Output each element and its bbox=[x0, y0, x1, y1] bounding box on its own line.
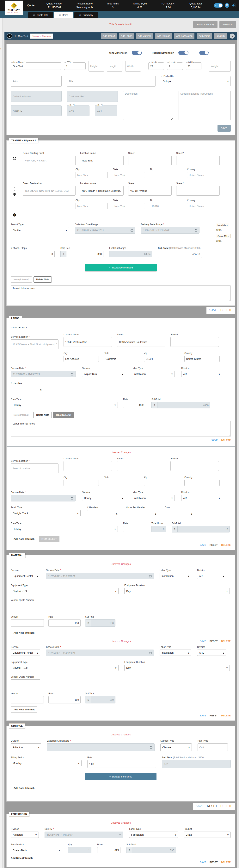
labor1-state-field[interactable] bbox=[104, 356, 139, 362]
transit-internal-note-field[interactable]: Transit Internal note bbox=[11, 285, 231, 301]
material2-service-select[interactable]: Equipment Rental bbox=[11, 650, 40, 656]
item-width-field[interactable] bbox=[125, 61, 141, 71]
labor1-division-select[interactable]: ARL bbox=[181, 371, 222, 377]
fabrication-labor-type-select[interactable]: Fabrication bbox=[129, 832, 178, 838]
storage-delete-link[interactable]: DELETE bbox=[220, 804, 232, 808]
labor1-service-date[interactable]: 11/23/2021 - 11/23/2021 bbox=[11, 371, 75, 377]
fabrication-reset-link[interactable]: RESET bbox=[210, 861, 218, 864]
dest-country-field[interactable] bbox=[187, 203, 219, 209]
start-country-field[interactable] bbox=[187, 172, 219, 178]
fabrication-save-link[interactable]: SAVE bbox=[200, 861, 206, 864]
add-stop-icon[interactable] bbox=[13, 213, 16, 217]
labor2-service-location-field[interactable] bbox=[11, 463, 59, 473]
item-height-field[interactable] bbox=[89, 61, 104, 71]
material2-reset-link[interactable]: RESET bbox=[210, 714, 218, 717]
transit-type-select[interactable]: Shuttle bbox=[11, 227, 69, 233]
material1-labor-type-select[interactable]: Installation bbox=[160, 573, 191, 579]
material1-duration-select[interactable]: Day bbox=[124, 588, 230, 594]
material1-vendor-field[interactable] bbox=[11, 619, 44, 627]
labor2-rate-type-select[interactable]: Holiday bbox=[11, 526, 118, 532]
special-handling-field[interactable] bbox=[178, 91, 231, 120]
labor2-labor-type-select[interactable]: Installation bbox=[132, 495, 175, 501]
storage-rate-type-field[interactable] bbox=[198, 743, 228, 751]
packed-by-select[interactable]: Packed ByShipper bbox=[161, 76, 231, 86]
material1-service-select[interactable]: Equipment Rental bbox=[11, 573, 40, 579]
due-by-date[interactable]: 11/13/2021 - 11/13/2021 bbox=[44, 832, 124, 838]
tab-summary[interactable]: Summary bbox=[74, 12, 98, 18]
packed-length-field[interactable] bbox=[167, 63, 182, 70]
clone-item-button[interactable]: CLONE bbox=[214, 33, 227, 39]
labor2-location-name-field[interactable] bbox=[64, 461, 112, 471]
add-note-internal-button[interactable]: Add Note (Internal) bbox=[11, 536, 37, 542]
collection-date-range[interactable]: 11/16/2021 - 11/16/2021 bbox=[75, 227, 135, 234]
item-name-field[interactable] bbox=[11, 63, 61, 70]
description-field[interactable] bbox=[123, 91, 173, 120]
material2-duration-select[interactable]: Day bbox=[124, 665, 230, 671]
add-labor-button[interactable]: Add Labor bbox=[119, 33, 133, 39]
start-street1-field[interactable] bbox=[128, 156, 172, 165]
logout-icon[interactable] bbox=[231, 3, 236, 8]
select-inventory-button[interactable]: Select Inventory bbox=[193, 21, 217, 28]
material2-delete-link[interactable]: DELETE bbox=[221, 714, 231, 717]
weight-unit-toggle[interactable]: lb bbox=[199, 51, 209, 55]
destination-field[interactable] bbox=[23, 186, 75, 195]
labor2-rate-field[interactable] bbox=[123, 526, 146, 532]
labor1-handlers-field[interactable] bbox=[11, 386, 43, 393]
billing-period-select[interactable]: Monthly bbox=[11, 760, 81, 766]
labor2-country-field[interactable] bbox=[184, 480, 219, 486]
dest-state-field[interactable] bbox=[113, 203, 145, 209]
expand-panel-icon[interactable]: › bbox=[0, 47, 1, 50]
days-field[interactable] bbox=[165, 510, 194, 517]
tab-quote-info[interactable]: Quote Info bbox=[28, 12, 53, 18]
labor2-save-link[interactable]: SAVE bbox=[200, 544, 206, 547]
start-street2-field[interactable] bbox=[176, 156, 219, 165]
start-point-field[interactable] bbox=[23, 156, 75, 165]
storage-reset-link[interactable]: RESET bbox=[207, 804, 217, 808]
storage-type-select[interactable]: Climate bbox=[160, 743, 192, 751]
start-location-name-field[interactable] bbox=[80, 156, 124, 165]
add-material-button[interactable]: Add Material bbox=[136, 33, 153, 39]
price-field[interactable] bbox=[97, 847, 121, 853]
labor1-street2-field[interactable] bbox=[170, 337, 219, 347]
labor1-street1-field[interactable] bbox=[117, 337, 165, 347]
new-item-button[interactable]: New Item bbox=[219, 21, 236, 28]
material2-vendor-field[interactable] bbox=[11, 696, 44, 704]
add-stops-field[interactable] bbox=[11, 251, 55, 257]
hours-per-handler-field[interactable] bbox=[126, 510, 158, 517]
labor2-service-date[interactable] bbox=[11, 495, 75, 501]
insurance-included-button[interactable]: Insurance Included bbox=[85, 264, 157, 271]
material2-labor-type-select[interactable]: Installation bbox=[160, 650, 191, 656]
item-length-field[interactable] bbox=[107, 61, 123, 71]
weight-field[interactable] bbox=[209, 61, 231, 71]
packed-width-field[interactable] bbox=[186, 63, 201, 70]
material1-save-link[interactable]: SAVE bbox=[200, 640, 206, 643]
collapsed-side-panel[interactable]: › bbox=[0, 18, 2, 868]
sub-product-select[interactable]: Crate - Basic bbox=[11, 847, 62, 853]
material1-service-date[interactable]: 11/23/2021 - 11/23/2021 bbox=[46, 573, 154, 579]
qty-field[interactable] bbox=[64, 63, 86, 70]
labor2-service-select[interactable]: Hourly bbox=[82, 495, 125, 501]
material2-equipment-type-select[interactable]: Skytrak - 10k bbox=[11, 665, 118, 671]
material1-division-select[interactable]: ARL bbox=[197, 573, 226, 579]
labor2-reset-link[interactable]: RESET bbox=[210, 544, 218, 547]
labor2-city-field[interactable] bbox=[64, 480, 99, 486]
material2-rate-field[interactable] bbox=[48, 696, 80, 704]
material1-reset-link[interactable]: RESET bbox=[210, 640, 218, 643]
labor-internal-note-field[interactable]: Labor internal notes bbox=[11, 421, 231, 437]
labor2-delete-link[interactable]: DELETE bbox=[221, 544, 231, 547]
transit-subtotal-field[interactable] bbox=[158, 251, 202, 258]
add-fabrication-button[interactable]: Add Fabrication bbox=[174, 33, 195, 39]
labor2-handlers-field[interactable] bbox=[87, 510, 119, 517]
material1-vendor-quote-field[interactable] bbox=[11, 602, 40, 611]
mode-button[interactable]: M bbox=[225, 3, 229, 8]
labor1-rate-field[interactable] bbox=[123, 402, 146, 408]
material2-division-select[interactable]: ARL bbox=[197, 650, 226, 656]
labor2-street1-field[interactable] bbox=[117, 461, 165, 471]
start-state-field[interactable] bbox=[113, 172, 145, 178]
labor1-delete-link[interactable]: DELETE bbox=[221, 439, 231, 442]
labor1-save-link[interactable]: SAVE bbox=[211, 439, 218, 442]
labor1-city-field[interactable] bbox=[64, 356, 99, 362]
dest-zip-field[interactable] bbox=[150, 203, 182, 209]
dest-street2-field[interactable] bbox=[176, 186, 219, 195]
close-item-icon[interactable] bbox=[230, 34, 235, 38]
